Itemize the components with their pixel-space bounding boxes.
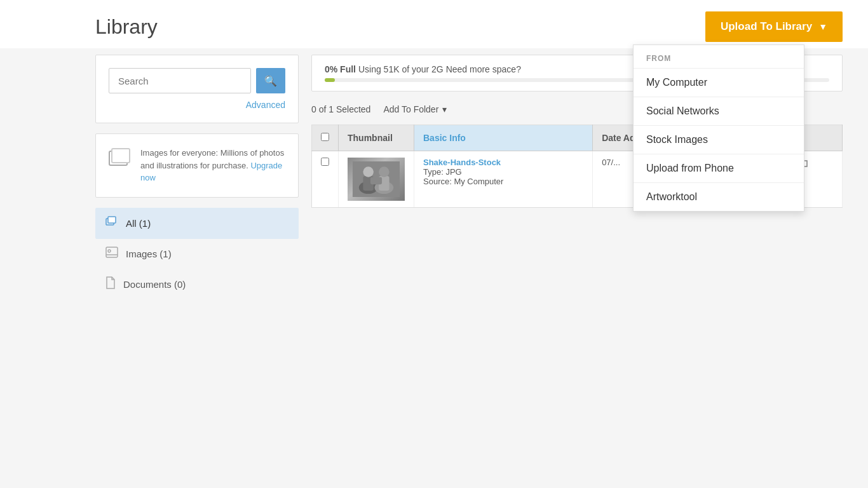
dropdown-item-artworktool[interactable]: Artworktool	[634, 182, 804, 211]
chevron-down-icon: ▼	[818, 22, 827, 32]
svg-rect-12	[370, 177, 382, 185]
search-input[interactable]	[109, 68, 251, 93]
item-date: 07/...	[602, 158, 620, 167]
add-to-folder-chevron-icon: ▾	[442, 104, 447, 114]
sidebar-item-all-label: All (1)	[126, 218, 151, 229]
sidebar: 🔍 Advanced Images for everyone: Millions…	[95, 55, 299, 300]
svg-point-6	[108, 250, 111, 252]
svg-point-14	[379, 166, 389, 177]
svg-rect-1	[112, 149, 130, 163]
page-container: Library Upload To Library ▼ FROM My Comp…	[0, 0, 868, 488]
item-type: Type: JPG	[423, 167, 462, 177]
svg-point-13	[363, 166, 373, 177]
svg-rect-3	[108, 217, 116, 223]
add-to-folder-button[interactable]: Add To Folder ▾	[383, 104, 447, 114]
select-all-checkbox[interactable]	[321, 133, 329, 141]
svg-rect-4	[106, 247, 118, 257]
table-header-checkbox	[312, 125, 339, 151]
item-source: Source: My Computer	[423, 177, 503, 186]
search-button[interactable]: 🔍	[256, 68, 285, 93]
dropdown-item-social-networks[interactable]: Social Networks	[634, 97, 804, 125]
upload-dropdown-menu: FROM My Computer Social Networks Stock I…	[633, 44, 804, 212]
promo-text: Images for everyone: Millions of photos …	[140, 147, 285, 184]
upload-btn-label: Upload To Library	[721, 20, 812, 33]
selected-count: 0 of 1 Selected	[311, 104, 370, 114]
table-header-basic-info[interactable]: Basic Info	[414, 125, 593, 151]
search-icon: 🔍	[264, 75, 277, 87]
promo-images-icon	[109, 148, 132, 172]
storage-rest: Using 51K of your 2G Need more space?	[358, 64, 521, 74]
upload-to-library-button[interactable]: Upload To Library ▼	[705, 11, 843, 42]
advanced-link[interactable]: Advanced	[109, 100, 285, 110]
sidebar-item-documents[interactable]: Documents (0)	[95, 269, 299, 300]
storage-bold: 0% Full	[325, 64, 356, 74]
dropdown-item-upload-from-phone[interactable]: Upload from Phone	[634, 154, 804, 182]
sidebar-nav: All (1) Images (1)	[95, 208, 299, 300]
all-items-icon	[105, 215, 118, 231]
row-basic-info-cell: Shake-Hands-Stock Type: JPG Source: My C…	[414, 151, 593, 208]
sidebar-item-images[interactable]: Images (1)	[95, 239, 299, 269]
page-title: Library	[95, 15, 158, 39]
add-to-folder-label: Add To Folder	[383, 104, 438, 114]
row-checkbox[interactable]	[321, 158, 329, 166]
dropdown-item-my-computer[interactable]: My Computer	[634, 68, 804, 97]
sidebar-item-images-label: Images (1)	[126, 248, 172, 259]
storage-progress-fill	[325, 78, 335, 82]
row-thumbnail-cell	[339, 151, 414, 208]
dropdown-from-label: FROM	[634, 45, 804, 68]
row-checkbox-cell	[312, 151, 339, 208]
header: Library Upload To Library ▼	[0, 0, 868, 48]
dropdown-item-stock-images[interactable]: Stock Images	[634, 125, 804, 154]
images-icon	[105, 247, 118, 261]
sidebar-item-documents-label: Documents (0)	[123, 279, 186, 290]
promo-box: Images for everyone: Millions of photos …	[95, 133, 299, 198]
thumbnail-image	[348, 158, 405, 201]
table-header-thumbnail: Thumbnail	[339, 125, 414, 151]
sidebar-item-all[interactable]: All (1)	[95, 208, 299, 239]
item-name-link[interactable]: Shake-Hands-Stock	[423, 158, 501, 167]
search-box: 🔍 Advanced	[95, 55, 299, 123]
documents-icon	[105, 276, 116, 292]
